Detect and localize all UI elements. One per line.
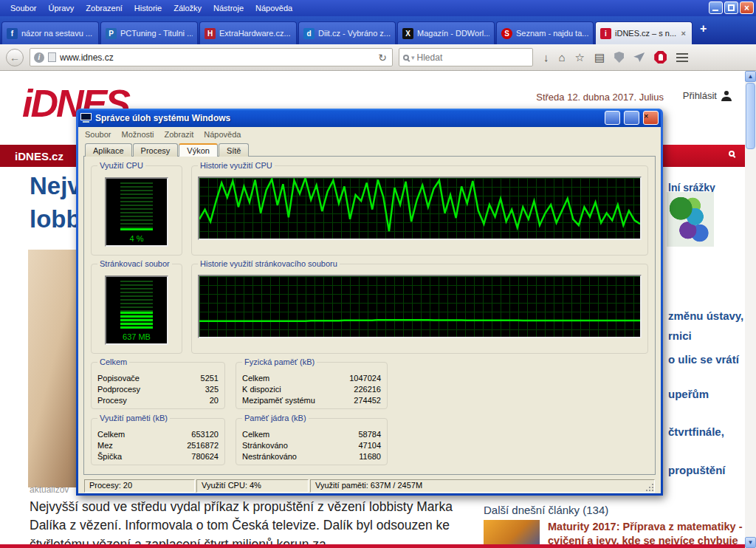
tab-label: PCTuning - Titulni ... xyxy=(120,29,193,38)
menu-historie[interactable]: Historie xyxy=(128,1,168,15)
login-link[interactable]: Přihlásit xyxy=(683,90,732,101)
task-manager-body: Soubor Možnosti Zobrazit Nápověda Aplika… xyxy=(78,127,661,493)
tm-tab-procesy[interactable]: Procesy xyxy=(133,143,179,157)
pagefile-groupbox: Stránkovací soubor 637 MB xyxy=(91,264,182,354)
browser-menubar: Soubor Úpravy Zobrazení Historie Záložky… xyxy=(0,0,756,16)
adblock-plus-icon[interactable] xyxy=(654,51,667,64)
headline-fragment[interactable]: propuštění xyxy=(668,464,726,476)
shield-icon[interactable] xyxy=(614,52,624,63)
search-input[interactable] xyxy=(417,52,532,63)
home-icon[interactable]: ⌂ xyxy=(559,52,566,63)
kernel-memory-title: Paměť jádra (kB) xyxy=(242,414,309,422)
status-memory: Využití paměti: 637M / 2457M xyxy=(310,479,655,493)
login-label: Přihlásit xyxy=(683,90,717,101)
physical-memory-title: Fyzická paměť (kB) xyxy=(242,357,317,366)
headline-line-2: lobb xyxy=(30,203,81,236)
gauge-fill xyxy=(120,312,153,329)
tm-tab-vykon[interactable]: Výkon xyxy=(179,143,218,157)
tm-menu-zobrazit[interactable]: Zobrazit xyxy=(159,129,199,140)
tab-favicon: S xyxy=(501,28,512,39)
scroll-up-icon[interactable]: ▲ xyxy=(745,71,756,82)
gauge-fill xyxy=(120,227,153,230)
maximize-icon xyxy=(728,4,735,11)
tm-tab-site[interactable]: Sítě xyxy=(219,143,250,157)
bookmarks-menu-icon[interactable]: ▤ xyxy=(594,52,605,63)
tab-diit[interactable]: d Diit.cz - Vybráno z... xyxy=(298,21,396,44)
tab-favicon: H xyxy=(205,28,216,39)
headline-fragment[interactable]: upeřům xyxy=(668,388,709,400)
headline-fragment[interactable]: změnu ústavy, xyxy=(668,309,743,322)
tab-extrahardware[interactable]: H ExtraHardware.cz... xyxy=(199,21,297,44)
scroll-down-icon[interactable]: ▼ xyxy=(745,537,756,548)
tab-forum[interactable]: f názor na sestavu ... xyxy=(1,21,99,44)
tab-idnes-active[interactable]: i iDNES.cz – s n... × xyxy=(595,21,693,44)
tab-ddworld[interactable]: X Magazín - DDWorl... xyxy=(397,21,495,44)
tab-favicon: f xyxy=(7,28,18,39)
headline-fragment[interactable]: rnici xyxy=(668,329,692,342)
kernel-memory-groupbox: Paměť jádra (kB) Celkem58784 Stránkováno… xyxy=(236,418,388,465)
tm-close-button[interactable]: × xyxy=(643,111,659,125)
main-headline[interactable]: Nejv lobb xyxy=(30,170,81,236)
tm-maximize-button[interactable] xyxy=(624,111,639,125)
tm-menu-napoveda[interactable]: Nápověda xyxy=(199,129,246,140)
menu-soubor[interactable]: Soubor xyxy=(4,1,42,15)
headline-fragment[interactable]: čtvrtfinále, xyxy=(668,425,724,438)
menu-icon[interactable] xyxy=(676,53,688,62)
tab-pctuning[interactable]: P PCTuning - Titulni ... xyxy=(100,21,198,44)
search-icon[interactable] xyxy=(403,55,409,61)
pagefile-value: 637 MB xyxy=(106,332,167,341)
menu-zobrazeni[interactable]: Zobrazení xyxy=(80,1,128,15)
menu-nastroje[interactable]: Nástroje xyxy=(207,1,250,15)
tab-close-icon[interactable]: × xyxy=(680,29,687,38)
menu-zalozky[interactable]: Záložky xyxy=(168,1,207,15)
navigation-toolbar: ← i ↻ ▾ ↓ ⌂ ☆ ▤ xyxy=(0,44,756,71)
bookmark-star-icon[interactable]: ☆ xyxy=(575,52,585,63)
window-maximize-button[interactable] xyxy=(724,1,738,14)
send-tab-icon[interactable] xyxy=(633,52,645,62)
url-bar[interactable]: i ↻ xyxy=(30,48,393,66)
new-tab-button[interactable]: + xyxy=(694,22,712,38)
task-manager-icon xyxy=(80,113,92,123)
physical-memory-groupbox: Fyzická paměť (kB) Celkem1047024 K dispo… xyxy=(236,362,388,409)
tm-tab-aplikace[interactable]: Aplikace xyxy=(85,143,132,157)
search-engine-dropdown-icon[interactable]: ▾ xyxy=(411,54,415,61)
menu-upravy[interactable]: Úpravy xyxy=(42,1,80,15)
scrollbar-thumb[interactable] xyxy=(746,83,755,149)
more-articles-link[interactable]: Další dnešní články (134) xyxy=(484,504,608,516)
stat-value: 20 xyxy=(210,395,219,406)
article-perex: Nejvyšší soud ve středu vydal příkaz k p… xyxy=(30,498,456,548)
status-memory-text: Využití paměti: 637M / 2457M xyxy=(315,481,422,490)
stat-label: Mezipaměť systému xyxy=(242,395,315,406)
window-close-button[interactable]: × xyxy=(740,1,754,14)
site-info-icon[interactable]: i xyxy=(34,52,44,63)
weather-map-image[interactable] xyxy=(667,192,714,247)
minimize-icon xyxy=(712,10,718,11)
reload-icon[interactable]: ↻ xyxy=(377,52,388,64)
downloads-icon[interactable]: ↓ xyxy=(543,52,549,63)
tab-label: iDNES.cz – s n... xyxy=(615,29,676,38)
stat-value: 11680 xyxy=(359,451,381,462)
back-button[interactable]: ← xyxy=(6,49,24,66)
pagefile-history-chart xyxy=(198,275,642,338)
cpu-usage-label: Využití CPU xyxy=(97,161,145,170)
tm-minimize-button[interactable] xyxy=(605,111,620,125)
page-scrollbar[interactable]: ▲ ▼ xyxy=(745,71,756,548)
search-bar[interactable]: ▾ xyxy=(399,48,533,66)
menu-napoveda[interactable]: Nápověda xyxy=(250,1,298,15)
tab-seznam[interactable]: S Seznam - najdu ta... xyxy=(496,21,594,44)
url-input[interactable] xyxy=(60,52,373,63)
stat-value: 226216 xyxy=(354,384,381,395)
tm-menu-soubor[interactable]: Soubor xyxy=(80,129,116,140)
tab-favicon: P xyxy=(106,28,117,39)
tm-menu-moznosti[interactable]: Možnosti xyxy=(116,129,159,140)
headline-fragment[interactable]: o ulic se vrátí xyxy=(668,353,739,366)
window-minimize-button[interactable] xyxy=(709,1,723,14)
site-brand[interactable]: iDNES.cz xyxy=(0,145,78,167)
stat-value: 274452 xyxy=(354,395,381,406)
task-manager-titlebar[interactable]: Správce úloh systému Windows × xyxy=(78,109,661,127)
tab-label: Magazín - DDWorl... xyxy=(417,29,489,38)
tab-favicon: i xyxy=(600,28,611,39)
site-search-icon[interactable] xyxy=(729,151,735,157)
cpu-history-line xyxy=(199,178,640,239)
resize-grip[interactable] xyxy=(645,483,653,491)
